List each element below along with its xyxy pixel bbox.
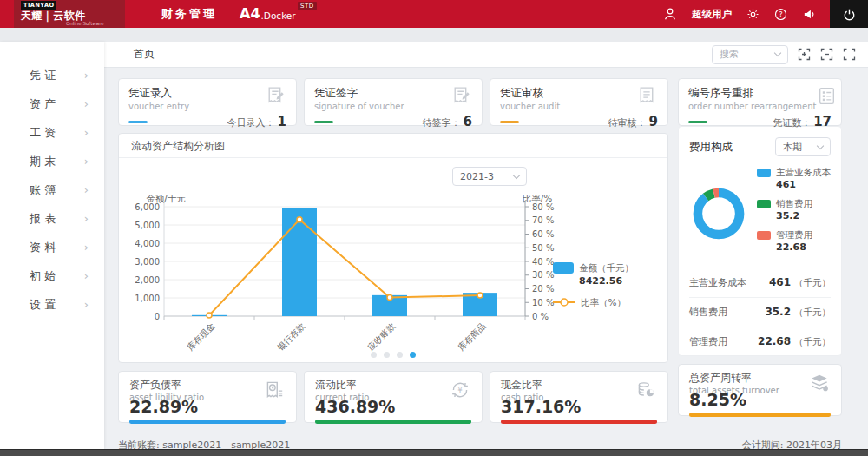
- zoom-in-button[interactable]: [798, 48, 811, 61]
- expense-donut-chart: [689, 170, 748, 257]
- logo-subtitle: Online Software: [66, 22, 125, 27]
- card-total-assets-turnover[interactable]: 总资产周转率 total assets turnover 8.25%: [678, 364, 842, 416]
- power-button[interactable]: [830, 0, 868, 28]
- zoom-out-button[interactable]: [820, 48, 833, 61]
- metric-value: 317.16%: [501, 397, 657, 416]
- search-input[interactable]: 搜索: [712, 45, 788, 64]
- chevron-down-icon: [513, 171, 520, 178]
- metric-value: 436.89%: [315, 397, 471, 416]
- metric-title: 流动比率: [315, 378, 369, 393]
- card-stat: 凭证数：17: [773, 114, 832, 129]
- card-subtitle: order number rearrangement: [688, 102, 816, 111]
- legend-item: 销售费用 35.2: [757, 198, 831, 221]
- svg-text:3,000: 3,000: [135, 257, 160, 267]
- help-icon[interactable]: ?: [774, 8, 787, 21]
- voucher-edit-icon: [450, 85, 472, 111]
- expense-period-select[interactable]: 本期: [775, 137, 831, 156]
- svg-text:库存商品: 库存商品: [456, 321, 487, 353]
- card-subtitle: voucher audit: [500, 102, 560, 111]
- summary-cards-row: 凭证录入 voucher entry 今日录入：1: [118, 78, 668, 126]
- chevron-right-icon: ›: [84, 69, 89, 82]
- sidebar-item-label: 资 产: [30, 96, 56, 112]
- sidebar-item-data[interactable]: 资 料›: [0, 233, 104, 261]
- search-placeholder: 搜索: [720, 48, 739, 61]
- sidebar-item-label: 工 资: [30, 125, 56, 141]
- coins-icon: [635, 379, 657, 404]
- sidebar-item-voucher[interactable]: 凭 证›: [0, 61, 104, 89]
- sidebar-item-period-end[interactable]: 期 末›: [0, 147, 104, 175]
- sidebar-item-label: 账 簿: [30, 182, 56, 198]
- chart-panel-title: 流动资产结构分析图: [119, 134, 667, 158]
- card-title: 凭证审核: [500, 86, 560, 101]
- card-stat: 待签字：6: [423, 114, 472, 129]
- card-title: 编号序号重排: [688, 86, 816, 101]
- product-suffix: .Docker: [261, 10, 296, 21]
- legend-swatch: [757, 200, 771, 208]
- sidebar-item-initial[interactable]: 初 始›: [0, 261, 104, 290]
- chart-period-value: 2021-3: [460, 171, 494, 182]
- chevron-right-icon: ›: [84, 212, 89, 225]
- ordered-list-icon: [816, 85, 838, 111]
- card-current-ratio[interactable]: 流动比率 current ratio ¥ 436.89%: [304, 371, 483, 423]
- chevron-right-icon: ›: [84, 298, 89, 311]
- sidebar-item-reports[interactable]: 报 表›: [0, 204, 104, 233]
- legend-item: 主营业务成本 461: [757, 167, 831, 190]
- metric-title: 现金比率: [501, 378, 543, 393]
- card-voucher-entry[interactable]: 凭证录入 voucher entry 今日录入：1: [118, 78, 297, 126]
- layers-icon: [808, 372, 831, 397]
- card-asset-liability-ratio[interactable]: 资产负债率 asset libility ratio 22.89%: [118, 371, 297, 423]
- pagination-dot[interactable]: [397, 352, 403, 358]
- user-icon[interactable]: [663, 7, 677, 21]
- sidebar-item-payroll[interactable]: 工 资›: [0, 118, 104, 147]
- metric-progress-bar: [689, 413, 831, 417]
- pagination-dot-active[interactable]: [410, 352, 416, 358]
- sidebar-item-assets[interactable]: 资 产›: [0, 89, 104, 118]
- card-subtitle: voucher entry: [128, 102, 189, 111]
- card-order-rearrangement[interactable]: 编号序号重排 order number rearrangement 凭证数：17: [678, 78, 842, 126]
- svg-text:2,000: 2,000: [135, 275, 160, 285]
- sidebar-item-label: 报 表: [30, 211, 56, 227]
- announcement-icon[interactable]: [802, 8, 816, 21]
- accent-dash: [314, 121, 333, 123]
- expense-composition-panel: 费用构成 本期 主营业务成本 461 销售费用 35.2: [678, 126, 842, 356]
- sidebar-item-label: 凭 证: [30, 68, 56, 83]
- svg-text:0 %: 0 %: [532, 312, 549, 321]
- current-assets-chart-panel: 流动资产结构分析图 2021-3 01,0002,0003,0004,0005,…: [118, 133, 668, 363]
- fullscreen-button[interactable]: [843, 48, 856, 61]
- product-name: A4.Docker STD: [240, 7, 322, 21]
- sidebar-item-ledgers[interactable]: 账 簿›: [0, 175, 104, 204]
- svg-text:70 %: 70 %: [532, 215, 554, 225]
- current-assets-combo-chart: 01,0002,0003,0004,0005,0006,0000 %10 %20…: [126, 195, 659, 360]
- product-main: A4: [240, 7, 260, 21]
- window-bottom-strip: [0, 449, 868, 456]
- metric-title: 总资产周转率: [689, 371, 779, 386]
- card-cash-ratio[interactable]: 现金比率 cash ratio 317.16%: [490, 371, 668, 423]
- svg-text:20 %: 20 %: [532, 284, 554, 294]
- card-voucher-signature[interactable]: 凭证签字 signature of voucher 待签字：6: [304, 78, 483, 126]
- product-badge: STD: [298, 2, 317, 10]
- expense-row: 主营业务成本 461（千元）: [689, 268, 831, 297]
- username[interactable]: 超级用户: [692, 8, 732, 21]
- svg-text:10 %: 10 %: [532, 298, 554, 307]
- chevron-right-icon: ›: [84, 269, 89, 282]
- chart-period-select[interactable]: 2021-3: [452, 167, 527, 186]
- sidebar-item-settings[interactable]: 设 置›: [0, 290, 104, 319]
- svg-text:6,000: 6,000: [135, 202, 160, 212]
- header-right: 超级用户 ?: [663, 7, 830, 21]
- svg-text:¥: ¥: [457, 386, 463, 394]
- metric-title: 资产负债率: [129, 378, 204, 393]
- svg-text:8422.56: 8422.56: [579, 275, 622, 287]
- card-title: 凭证录入: [128, 86, 189, 101]
- card-voucher-audit[interactable]: 凭证审核 voucher audit 待审核：9: [490, 78, 668, 126]
- tab-home[interactable]: 首页: [134, 47, 155, 62]
- svg-text:?: ?: [779, 10, 782, 18]
- metric-progress-bar: [501, 420, 657, 424]
- svg-text:4,000: 4,000: [135, 239, 160, 248]
- report-clock-icon: [263, 379, 286, 404]
- pagination-dot[interactable]: [371, 352, 377, 358]
- gear-icon[interactable]: [746, 8, 760, 21]
- legend-swatch: [757, 169, 771, 177]
- card-subtitle: signature of voucher: [314, 102, 404, 111]
- pagination-dot[interactable]: [384, 352, 390, 358]
- svg-text:应收账款: 应收账款: [365, 321, 397, 353]
